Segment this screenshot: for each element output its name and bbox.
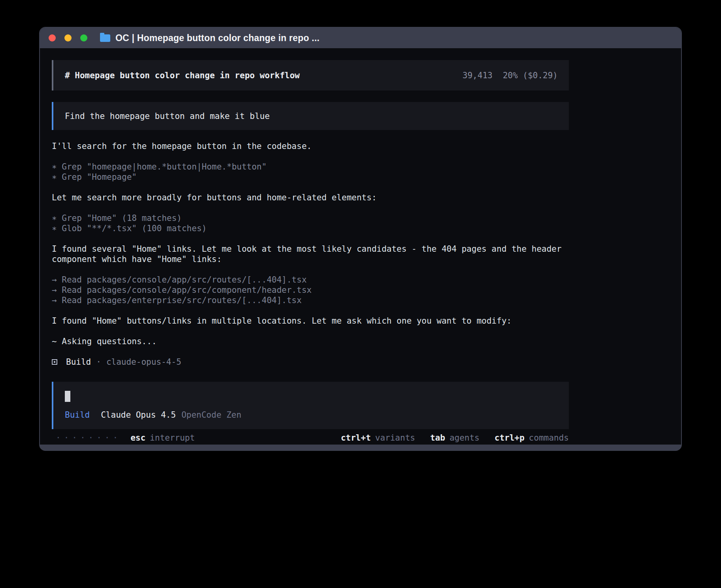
folder-icon [100,34,110,42]
assistant-paragraph: Let me search more broadly for buttons a… [52,192,569,203]
tool-call-line: ∗ Glob "**/*.tsx" (100 matches) [52,223,569,234]
context-usage: 20% ($0.29) [503,71,558,80]
assistant-paragraph: I found several "Home" links. Let me loo… [52,244,569,264]
token-count: 39,413 [462,71,493,80]
hint-variants: ctrl+t variants [341,433,415,443]
spinner-dots-icon: ········ [56,433,121,443]
ctrl-p-key: ctrl+p [495,433,525,443]
window-titlebar[interactable]: OC | Homepage button color change in rep… [40,28,681,48]
read-group: → Read packages/console/app/src/routes/[… [52,275,569,305]
input-model: Claude Opus 4.5 [101,410,176,420]
esc-key: esc [130,433,145,443]
conversation: I'll search for the homepage button in t… [52,141,569,367]
interrupt-label: interrupt [150,433,195,443]
asking-line: ~ Asking questions... [52,336,569,347]
session-meta: 39,413 20% ($0.29) [462,71,558,80]
input-model-line: Build Claude Opus 4.5 OpenCode Zen [65,410,558,420]
read-line: → Read packages/enterprise/src/routes/[.… [52,295,569,305]
status-bar: ········ esc interrupt ctrl+t variants t… [52,429,569,443]
traffic-lights [49,34,87,41]
agent-square-icon [52,359,57,365]
input-panel[interactable]: Build Claude Opus 4.5 OpenCode Zen [52,382,569,429]
session-title: # Homepage button color change in repo w… [65,71,300,80]
hint-agents: tab agents [430,433,479,443]
terminal-body: # Homepage button color change in repo w… [40,48,681,445]
tool-call-line: ∗ Grep "Homepage" [52,172,569,182]
read-line: → Read packages/console/app/src/componen… [52,285,569,295]
user-message-text: Find the homepage button and make it blu… [65,111,270,121]
read-line: → Read packages/console/app/src/routes/[… [52,275,569,285]
agents-label: agents [449,433,479,443]
hint-commands: ctrl+p commands [495,433,569,443]
agent-status-line: Build · claude-opus-4-5 [52,357,569,367]
user-message: Find the homepage button and make it blu… [52,102,569,130]
hint-interrupt: esc interrupt [130,433,195,443]
window-title: OC | Homepage button color change in rep… [115,33,319,43]
tab-key: tab [430,433,445,443]
session-header: # Homepage button color change in repo w… [52,60,569,90]
terminal-window: OC | Homepage button color change in rep… [39,27,682,451]
input-agent: Build [65,410,90,420]
text-cursor [65,391,70,402]
tool-call-line: ∗ Grep "homepage|home.*button|Home.*butt… [52,162,569,172]
assistant-paragraph: I found "Home" buttons/links in multiple… [52,316,569,326]
close-button[interactable] [49,34,56,41]
commands-label: commands [529,433,569,443]
tool-call-group: ∗ Grep "homepage|home.*button|Home.*butt… [52,162,569,182]
tool-call-line: ∗ Grep "Home" (18 matches) [52,213,569,223]
hints-right: ctrl+t variants tab agents ctrl+p comman… [341,433,569,443]
ctrl-t-key: ctrl+t [341,433,371,443]
minimize-button[interactable] [64,34,72,41]
assistant-paragraph: I'll search for the homepage button in t… [52,141,569,151]
variants-label: variants [375,433,415,443]
agent-name: Build [66,357,91,367]
zoom-button[interactable] [80,34,87,41]
agent-model: claude-opus-4-5 [106,357,181,367]
agent-separator: · [96,357,101,367]
tool-call-group: ∗ Grep "Home" (18 matches) ∗ Glob "**/*.… [52,213,569,234]
input-provider: OpenCode Zen [181,410,242,420]
